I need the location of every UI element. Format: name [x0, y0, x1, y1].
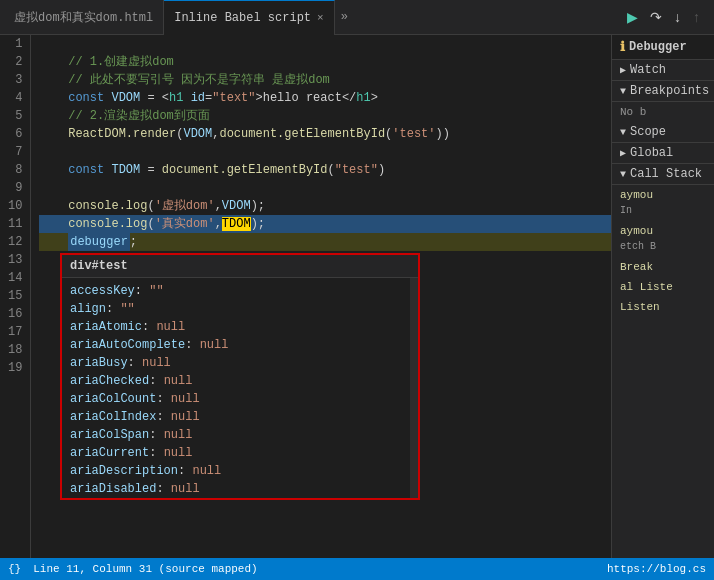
- callstack-section-header[interactable]: ▼ Call Stack: [612, 164, 714, 185]
- code-line-10: console.log('虚拟dom',VDOM);: [39, 197, 611, 215]
- debugger-title: Debugger: [629, 40, 687, 54]
- stepinto-button[interactable]: ↓: [670, 7, 685, 27]
- tab-babel[interactable]: Inline Babel script ×: [164, 0, 334, 35]
- prop-ariaBusy: ariaBusy: null: [70, 354, 410, 372]
- code-line-3: // 此处不要写引号 因为不是字符串 是虚拟dom: [39, 71, 611, 89]
- call-stack-item[interactable]: Listen: [612, 297, 714, 317]
- scope-arrow: ▼: [620, 127, 626, 138]
- debugger-panel-header: ℹ Debugger: [612, 35, 714, 60]
- tab-vdom[interactable]: 虚拟dom和真实dom.html: [4, 0, 164, 35]
- call-stack-item[interactable]: Break: [612, 257, 714, 277]
- right-panel: ℹ Debugger ▶ Watch ▼ Breakpoints No b ▼ …: [611, 35, 714, 558]
- status-left: {} Line 11, Column 31 (source mapped): [8, 563, 258, 575]
- code-line-5: // 2.渲染虚拟dom到页面: [39, 107, 611, 125]
- resume-button[interactable]: ▶: [623, 7, 642, 27]
- status-right: https://blog.cs: [607, 563, 706, 575]
- code-line-11: console.log('真实dom',TDOM);: [39, 215, 611, 233]
- breakpoints-arrow: ▼: [620, 86, 626, 97]
- prop-ariaAutoComplete: ariaAutoComplete: null: [70, 336, 410, 354]
- code-line-4: const VDOM = <h1 id="text">hello react</…: [39, 89, 611, 107]
- line-numbers: 12345678910111213141516171819: [0, 35, 31, 558]
- url-status: https://blog.cs: [607, 563, 706, 575]
- prop-ariaColSpan: ariaColSpan: null: [70, 426, 410, 444]
- watch-label: Watch: [630, 63, 666, 77]
- code-line-8: const TDOM = document.getElementById("te…: [39, 161, 611, 179]
- global-label: Global: [630, 146, 673, 160]
- breakpoints-content: No b: [612, 102, 714, 122]
- stepover-button[interactable]: ↷: [646, 7, 666, 27]
- code-panel: 12345678910111213141516171819 // 1.创建虚拟d…: [0, 35, 611, 558]
- global-section-header[interactable]: ▶ Global: [612, 143, 714, 164]
- code-line-9: [39, 179, 611, 197]
- prop-align: align: "": [70, 300, 410, 318]
- code-line-12: debugger;: [39, 233, 611, 251]
- stepout-button[interactable]: ↑: [689, 7, 704, 27]
- prop-ariaColCount: ariaColCount: null: [70, 390, 410, 408]
- code-line-1: [39, 35, 611, 53]
- line-col-status: Line 11, Column 31 (source mapped): [33, 563, 257, 575]
- scope-label: Scope: [630, 125, 666, 139]
- code-line-2: // 1.创建虚拟dom: [39, 53, 611, 71]
- global-arrow: ▶: [620, 147, 626, 159]
- tab-overflow-btn[interactable]: »: [335, 10, 354, 24]
- callstack-arrow: ▼: [620, 169, 626, 180]
- callstack-content: aymouInaymouetch BBreakal ListeListen: [612, 185, 714, 317]
- prop-ariaChecked: ariaChecked: null: [70, 372, 410, 390]
- code-line-6: ReactDOM.render(VDOM,document.getElement…: [39, 125, 611, 143]
- breakpoints-label: Breakpoints: [630, 84, 709, 98]
- call-stack-item[interactable]: aymouetch B: [612, 221, 714, 257]
- scope-section-header[interactable]: ▼ Scope: [612, 122, 714, 143]
- prop-ariaCurrent: ariaCurrent: null: [70, 444, 410, 462]
- main-content: 12345678910111213141516171819 // 1.创建虚拟d…: [0, 35, 714, 558]
- prop-ariaAtomic: ariaAtomic: null: [70, 318, 410, 336]
- call-stack-item[interactable]: al Liste: [612, 277, 714, 297]
- debug-popup-body[interactable]: accessKey: ""align: ""ariaAtomic: nullar…: [62, 278, 418, 498]
- debug-popup-header: div#test: [62, 255, 418, 278]
- code-line-7: [39, 143, 611, 161]
- call-stack-item[interactable]: aymouIn: [612, 185, 714, 221]
- callstack-label: Call Stack: [630, 167, 702, 181]
- status-bar: {} Line 11, Column 31 (source mapped) ht…: [0, 558, 714, 580]
- tab-babel-close[interactable]: ×: [317, 12, 324, 24]
- tab-vdom-label: 虚拟dom和真实dom.html: [14, 9, 153, 26]
- file-type-icon: {}: [8, 563, 21, 575]
- prop-ariaDescription: ariaDescription: null: [70, 462, 410, 480]
- watch-section-header[interactable]: ▶ Watch: [612, 60, 714, 81]
- toolbar-buttons: ▶ ↷ ↓ ↑: [623, 7, 710, 27]
- watch-arrow: ▶: [620, 64, 626, 76]
- tab-list: 虚拟dom和真实dom.html Inline Babel script × »: [4, 0, 623, 35]
- tab-bar: 虚拟dom和真实dom.html Inline Babel script × »…: [0, 0, 714, 35]
- debug-popup: div#test accessKey: ""align: ""ariaAtomi…: [60, 253, 420, 500]
- prop-ariaColIndex: ariaColIndex: null: [70, 408, 410, 426]
- tab-babel-label: Inline Babel script: [174, 11, 311, 25]
- breakpoints-section-header[interactable]: ▼ Breakpoints: [612, 81, 714, 102]
- prop-accessKey: accessKey: "": [70, 282, 410, 300]
- debugger-icon: ℹ: [620, 39, 625, 55]
- prop-ariaDisabled: ariaDisabled: null: [70, 480, 410, 498]
